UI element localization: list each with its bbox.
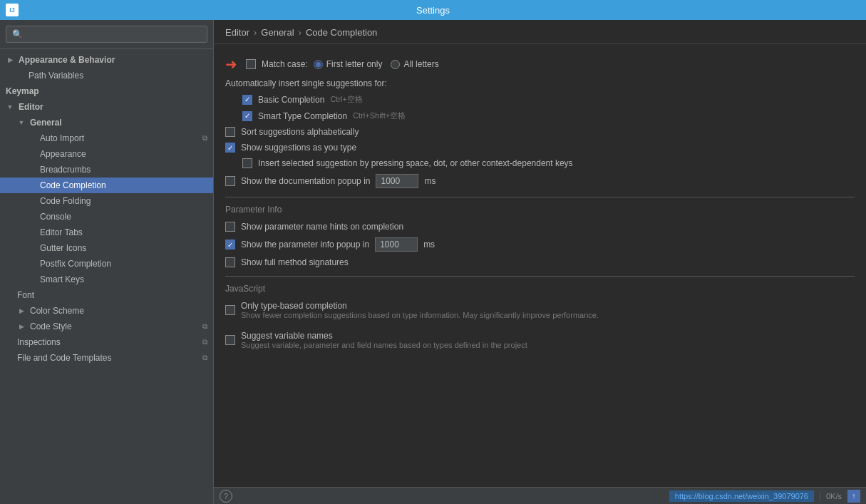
show-suggestions-row: Show suggestions as you type: [225, 140, 855, 155]
match-case-row: ➜ Match case: First letter only All lett…: [225, 53, 855, 76]
radio-first-letter[interactable]: First letter only: [314, 59, 383, 69]
sidebar-item-general[interactable]: ▼ General: [0, 115, 213, 130]
chevron-down-icon-general: ▼: [17, 118, 26, 127]
sort-alphabetically-checkbox[interactable]: [225, 127, 235, 137]
show-doc-popup-checkbox[interactable]: [225, 176, 235, 186]
suggest-variables-sublabel: Suggest variable, parameter and field na…: [241, 341, 527, 349]
sidebar-item-gutter-icons[interactable]: Gutter Icons: [0, 240, 213, 256]
sort-alphabetically-row: Sort suggestions alphabetically: [225, 124, 855, 140]
breadcrumb-sep-2: ›: [299, 27, 301, 38]
chevron-right-icon: ▶: [6, 56, 14, 64]
sidebar-item-path-variables[interactable]: Path Variables: [0, 68, 213, 83]
help-button[interactable]: ?: [220, 490, 232, 503]
insert-selected-row: Insert selected suggestion by pressing s…: [225, 155, 855, 171]
radio-dot-first-letter: [314, 60, 323, 69]
sidebar-item-code-style[interactable]: ▶ Code Style ⧉: [0, 319, 213, 334]
title-bar: IJ Settings: [0, 0, 866, 20]
url-badge: https://blog.csdn.net/weixin_39079076: [669, 490, 814, 502]
sidebar-item-editor-tabs[interactable]: Editor Tabs: [0, 225, 213, 240]
main-container: ▶ Appearance & Behavior Path Variables K…: [0, 20, 866, 504]
show-param-hints-row: Show parameter name hints on completion: [225, 219, 855, 235]
sidebar-item-smart-keys[interactable]: Smart Keys: [0, 272, 213, 287]
insert-selected-checkbox[interactable]: [242, 158, 252, 168]
javascript-section-label: JavaScript: [225, 284, 855, 294]
parameter-info-section-label: Parameter Info: [225, 205, 855, 215]
show-doc-popup-unit: ms: [424, 176, 435, 186]
auto-insert-label: Automatically insert single suggestions …: [225, 78, 387, 88]
show-param-hints-label: Show parameter name hints on completion: [241, 222, 403, 232]
basic-completion-label: Basic Completion: [258, 95, 324, 105]
bottom-right: https://blog.csdn.net/weixin_39079076 0K…: [669, 490, 860, 503]
match-case-label: Match case:: [262, 59, 308, 69]
copy-icon: ⧉: [202, 134, 207, 143]
sidebar-item-breadcrumbs[interactable]: Breadcrumbs: [0, 162, 213, 178]
show-doc-popup-input[interactable]: [376, 174, 418, 188]
sidebar-item-postfix-completion[interactable]: Postfix Completion: [0, 256, 213, 272]
match-case-radio-group: First letter only All letters: [314, 59, 439, 69]
breadcrumb-part-2: General: [261, 27, 294, 38]
sidebar-item-editor[interactable]: ▼ Editor: [0, 99, 213, 115]
bottom-bar: ? https://blog.csdn.net/weixin_39079076 …: [214, 487, 866, 504]
show-param-popup-input[interactable]: [375, 237, 418, 252]
search-box[interactable]: [0, 20, 213, 49]
match-case-checkbox[interactable]: [246, 59, 256, 69]
basic-completion-checkbox[interactable]: [242, 95, 252, 105]
app-logo: IJ: [6, 4, 19, 16]
chevron-right-color-icon: ▶: [17, 307, 26, 315]
sidebar-item-color-scheme[interactable]: ▶ Color Scheme: [0, 303, 213, 319]
show-full-method-checkbox[interactable]: [225, 257, 235, 267]
suggest-variables-row: Suggest variable names Suggest variable,…: [225, 328, 855, 352]
sidebar-item-code-folding[interactable]: Code Folding: [0, 193, 213, 209]
show-doc-popup-label: Show the documentation popup in: [241, 176, 370, 186]
copy-icon-inspections: ⧉: [202, 338, 207, 346]
sidebar-item-auto-import[interactable]: Auto Import ⧉: [0, 130, 213, 146]
suggest-variables-checkbox[interactable]: [225, 335, 235, 345]
suggest-variables-label: Suggest variable names: [241, 331, 527, 341]
basic-completion-shortcut: Ctrl+空格: [330, 94, 363, 105]
sidebar-item-code-completion[interactable]: Code Completion: [0, 178, 213, 193]
show-full-method-row: Show full method signatures: [225, 254, 855, 270]
smart-type-shortcut: Ctrl+Shift+空格: [353, 110, 406, 121]
smart-type-label: Smart Type Completion: [258, 111, 347, 121]
show-param-hints-checkbox[interactable]: [225, 222, 235, 232]
copy-icon-file-templates: ⧉: [202, 354, 207, 362]
show-param-popup-checkbox[interactable]: [225, 240, 235, 250]
search-input[interactable]: [6, 26, 207, 43]
scroll-top-button[interactable]: ↑: [847, 490, 860, 503]
arrow-indicator: ➜: [225, 56, 237, 73]
sidebar-item-keymap[interactable]: Keymap: [0, 83, 213, 99]
show-param-popup-row: Show the parameter info popup in ms: [225, 235, 855, 254]
type-based-sublabel: Show fewer completion suggestions based …: [241, 311, 599, 319]
type-based-label: Only type-based completion: [241, 301, 599, 311]
sidebar-item-console[interactable]: Console: [0, 209, 213, 225]
type-based-row: Only type-based completion Show fewer co…: [225, 298, 855, 322]
title-text: Settings: [416, 5, 450, 16]
radio-all-letters[interactable]: All letters: [391, 59, 438, 69]
speed-badge: 0K/s: [820, 492, 842, 500]
sidebar-content: ▶ Appearance & Behavior Path Variables K…: [0, 49, 213, 504]
radio-dot-all-letters: [391, 60, 400, 69]
divider-1: [225, 197, 855, 197]
auto-insert-row: Automatically insert single suggestions …: [225, 76, 855, 91]
type-based-checkbox[interactable]: [225, 305, 235, 315]
basic-completion-row: Basic Completion Ctrl+空格: [225, 91, 855, 108]
content-scroll: ➜ Match case: First letter only All lett…: [214, 44, 866, 487]
sidebar-item-appearance[interactable]: Appearance: [0, 146, 213, 162]
sidebar-item-font[interactable]: Font: [0, 287, 213, 303]
chevron-down-icon: ▼: [6, 103, 14, 111]
sidebar-item-file-code-templates[interactable]: File and Code Templates ⧉: [0, 350, 213, 366]
sidebar-item-inspections[interactable]: Inspections ⧉: [0, 334, 213, 350]
show-full-method-label: Show full method signatures: [241, 257, 349, 267]
smart-type-row: Smart Type Completion Ctrl+Shift+空格: [225, 108, 855, 124]
smart-type-checkbox[interactable]: [242, 111, 252, 121]
radio-all-letters-label: All letters: [403, 59, 438, 69]
copy-icon-code-style: ⧉: [202, 322, 207, 331]
sidebar: ▶ Appearance & Behavior Path Variables K…: [0, 20, 214, 504]
sort-alphabetically-label: Sort suggestions alphabetically: [241, 127, 359, 137]
content-area: Editor › General › Code Completion ➜ Mat…: [214, 20, 866, 504]
breadcrumb-part-1: Editor: [225, 27, 249, 38]
show-suggestions-checkbox[interactable]: [225, 143, 235, 153]
bottom-left: ?: [220, 490, 232, 503]
sidebar-item-appearance-behavior[interactable]: ▶ Appearance & Behavior: [0, 52, 213, 68]
show-suggestions-label: Show suggestions as you type: [241, 143, 356, 153]
